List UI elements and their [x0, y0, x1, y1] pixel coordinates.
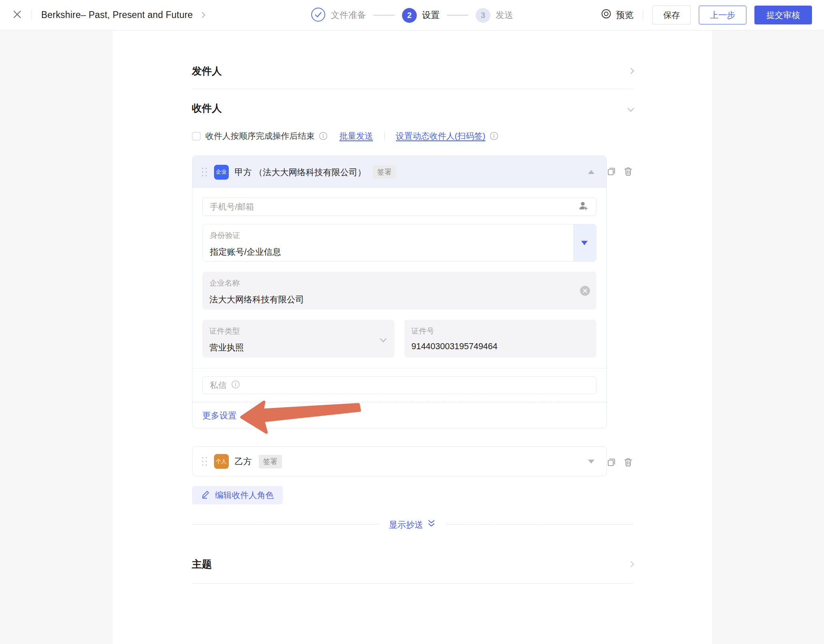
recipient-name: 乙方: [235, 456, 252, 467]
certificate-number-field[interactable]: 证件号 914403003195749464: [404, 320, 596, 358]
add-contact-person-icon[interactable]: [578, 200, 589, 213]
document-title: Berkshire– Past, Present and Future: [41, 10, 193, 20]
recipient-card-1-header[interactable]: 企业 甲方 （法大大网络科技有限公司） 签署: [192, 156, 606, 188]
company-name-field[interactable]: 企业名称 法大大网络科技有限公司: [202, 272, 596, 310]
sender-section-header[interactable]: 发件人: [192, 53, 633, 89]
recipient-card-2-wrapper: 个人 乙方 签署: [192, 446, 633, 476]
double-chevron-down-icon: [427, 519, 436, 530]
close-button[interactable]: [12, 9, 22, 21]
content-panel: 发件人 收件人 收件人按顺序完成操作后结束 批量发送: [113, 31, 712, 644]
certificate-number-label: 证件号: [412, 326, 589, 336]
step-label: 设置: [422, 9, 440, 21]
cc-dashed-line: [192, 524, 379, 525]
top-bar-left: Berkshire– Past, Present and Future: [12, 9, 204, 21]
certificate-row: 证件类型 营业执照 证件号 914403003195749464: [202, 320, 596, 358]
step-done-check-icon: [311, 7, 326, 24]
step-label: 发送: [496, 9, 513, 21]
sign-action-tag: 签署: [373, 165, 396, 179]
contact-input[interactable]: [210, 202, 578, 212]
order-finish-info-icon[interactable]: [319, 132, 328, 140]
preview-button[interactable]: 预览: [601, 8, 634, 22]
subject-section-header[interactable]: 主题: [192, 545, 633, 583]
step-settings: 2 设置: [402, 8, 440, 23]
dynamic-recipient-link[interactable]: 设置动态收件人(扫码签): [396, 130, 486, 142]
submit-review-button[interactable]: 提交审核: [754, 6, 812, 24]
clear-company-button[interactable]: [580, 286, 590, 296]
identity-label: 身份验证: [210, 230, 589, 241]
step-connector: [373, 15, 395, 16]
links-divider: [384, 132, 385, 140]
recipient-name: 甲方 （法大大网络科技有限公司）: [235, 166, 366, 178]
edit-pencil-icon: [201, 490, 210, 501]
recipient-card-1-footer: 更多设置: [192, 402, 606, 428]
step-number-badge: 3: [476, 8, 490, 23]
cc-dashed-line: [446, 524, 633, 525]
recipient-card-2[interactable]: 个人 乙方 签署: [192, 446, 607, 476]
sender-expand-chevron-right-icon[interactable]: [628, 68, 634, 74]
recipient-collapse-chevron-down-icon[interactable]: [627, 105, 634, 112]
recipient-card-1-body: 身份验证 指定账号/企业信息 企业名称 法大大网络科技有限公司: [192, 188, 606, 358]
private-message-input[interactable]: 私信: [202, 376, 596, 394]
dropdown-triangle-down-icon: [581, 241, 588, 245]
previous-step-button[interactable]: 上一步: [699, 6, 746, 24]
private-message-label: 私信: [210, 380, 227, 391]
recipient-card-1: 企业 甲方 （法大大网络科技有限公司） 签署: [192, 156, 607, 428]
contact-input-box: [202, 198, 596, 216]
subject-expand-chevron-right-icon[interactable]: [628, 561, 634, 568]
step-indicator: 文件准备 2 设置 3 发送: [311, 0, 513, 30]
person-badge: 个人: [214, 454, 229, 469]
duplicate-recipient-icon[interactable]: [606, 166, 616, 178]
identity-value: 指定账号/企业信息: [210, 246, 589, 258]
top-bar: Berkshire– Past, Present and Future 文件准备…: [0, 0, 824, 30]
preview-icon: [601, 8, 612, 22]
recipient-card-1-wrapper: 企业 甲方 （法大大网络科技有限公司） 签署: [192, 156, 633, 428]
identity-dropdown-strip[interactable]: [573, 224, 596, 261]
close-icon: [12, 9, 22, 21]
identity-verification-select[interactable]: 身份验证 指定账号/企业信息: [202, 224, 596, 262]
save-button[interactable]: 保存: [652, 6, 691, 24]
top-bar-actions: 预览 保存 上一步 提交审核: [601, 6, 812, 24]
certificate-type-value: 营业执照: [210, 342, 387, 353]
show-cc-link[interactable]: 显示抄送: [389, 519, 436, 530]
section-divider: [192, 583, 633, 584]
delete-recipient-trash-icon[interactable]: [623, 457, 633, 469]
step-connector: [447, 15, 468, 16]
show-cc-label: 显示抄送: [389, 519, 423, 530]
company-name-value: 法大大网络科技有限公司: [210, 294, 589, 305]
certificate-type-select[interactable]: 证件类型 营业执照: [202, 320, 394, 358]
more-settings-link[interactable]: 更多设置: [202, 410, 237, 421]
certificate-number-value: 914403003195749464: [412, 342, 589, 352]
subject-section-title: 主题: [192, 558, 212, 571]
recipient-card-1-actions: [606, 166, 633, 178]
expand-triangle-down-icon[interactable]: [588, 460, 594, 464]
delete-recipient-trash-icon[interactable]: [623, 166, 633, 178]
recipient-card-2-actions: [606, 457, 633, 469]
drag-handle-icon[interactable]: [202, 168, 207, 176]
certificate-type-label: 证件类型: [210, 326, 387, 336]
edit-recipient-roles-button[interactable]: 编辑收件人角色: [192, 486, 283, 504]
private-message-row: 私信: [192, 368, 606, 402]
recipient-section-header[interactable]: 收件人: [192, 89, 633, 127]
recipient-section-title: 收件人: [192, 102, 222, 115]
order-finish-label: 收件人按顺序完成操作后结束: [206, 130, 315, 142]
sign-action-tag: 签署: [259, 455, 282, 468]
recipient-options-row: 收件人按顺序完成操作后结束 批量发送 设置动态收件人(扫码签): [192, 130, 633, 142]
order-finish-checkbox[interactable]: [192, 132, 200, 140]
page-background: 发件人 收件人 收件人按顺序完成操作后结束 批量发送: [0, 31, 824, 644]
edit-recipient-roles-label: 编辑收件人角色: [215, 490, 274, 501]
duplicate-recipient-icon[interactable]: [606, 457, 616, 469]
step-document-prepare: 文件准备: [311, 7, 366, 24]
dynamic-recipient-info-icon[interactable]: [490, 132, 498, 140]
send-settings-page: Berkshire– Past, Present and Future 文件准备…: [0, 0, 824, 644]
private-message-info-icon[interactable]: [231, 380, 240, 390]
company-name-label: 企业名称: [210, 278, 589, 288]
preview-label: 预览: [616, 9, 634, 21]
actions-divider: [643, 10, 643, 20]
show-cc-row: 显示抄送: [192, 516, 633, 533]
step-send: 3 发送: [476, 8, 513, 23]
collapse-triangle-up-icon[interactable]: [588, 170, 594, 174]
title-divider: [32, 10, 32, 20]
title-chevron-right-icon[interactable]: [199, 12, 206, 18]
batch-send-link[interactable]: 批量发送: [340, 130, 373, 142]
drag-handle-icon[interactable]: [202, 457, 207, 466]
